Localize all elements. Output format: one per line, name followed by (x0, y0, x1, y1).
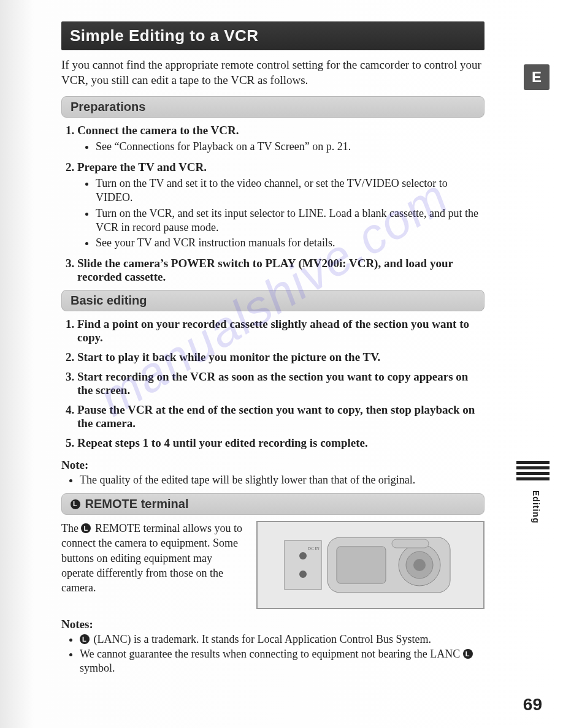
prep-step-3-head: Slide the camera’s POWER switch to PLAY … (77, 257, 453, 283)
manual-page: E Editing manualshive.com Simple Editing… (0, 0, 563, 728)
language-badge: E (524, 64, 550, 90)
svg-point-2 (299, 571, 307, 578)
page-number: 69 (523, 695, 542, 715)
notes-2-bullet-1: (LANC) is a trademark. It stands for Loc… (80, 632, 484, 646)
basic-step-4: Pause the VCR at the end of the section … (77, 403, 484, 430)
basic-step-5: Repeat steps 1 to 4 until your edited re… (77, 436, 484, 450)
prep-step-2-bullet-3: See your TV and VCR instruction manuals … (96, 236, 484, 250)
note-list-1: The quality of the edited tape will be s… (61, 473, 484, 487)
prep-step-1: Connect the camera to the VCR. See “Conn… (77, 124, 484, 154)
side-decoration-lines (516, 461, 550, 483)
prep-step-1-head: Connect the camera to the VCR. (77, 124, 239, 137)
notes-heading-2: Notes: (61, 618, 484, 631)
notes-list-2: (LANC) is a trademark. It stands for Loc… (61, 632, 484, 675)
svg-point-1 (299, 552, 307, 559)
notes-2-bullet-2: We cannot guarantee the results when con… (80, 647, 484, 676)
prep-step-2-head: Prepare the TV and VCR. (77, 161, 207, 173)
basic-step-2: Start to play it back while you monitor … (77, 351, 484, 364)
prep-step-3: Slide the camera’s POWER switch to PLAY … (77, 257, 484, 284)
basic-editing-heading: Basic editing (61, 290, 484, 311)
camcorder-illustration: DC IN (256, 521, 484, 609)
side-section-label: Editing (531, 490, 541, 523)
note-heading-1: Note: (61, 458, 484, 472)
note-1-bullet-1: The quality of the edited tape will be s… (80, 473, 484, 487)
prep-step-1-bullet-1: See “Connections for Playback on a TV Sc… (96, 140, 484, 154)
lanc-icon (81, 523, 91, 533)
remote-heading-text: REMOTE terminal (85, 497, 189, 510)
basic-step-1: Find a point on your recorded cassette s… (77, 317, 484, 344)
svg-rect-5 (337, 547, 386, 583)
lanc-icon (463, 649, 473, 659)
prep-step-2-bullet-2: Turn on the VCR, and set its input selec… (96, 207, 484, 235)
page-title: Simple Editing to a VCR (61, 21, 484, 50)
svg-rect-9 (392, 539, 429, 548)
remote-terminal-text: The REMOTE terminal allows you to connec… (61, 521, 245, 595)
prep-step-2-bullet-1: Turn on the TV and set it to the video c… (96, 176, 484, 205)
lanc-icon (80, 634, 90, 644)
svg-text:DC IN: DC IN (308, 546, 320, 551)
preparations-heading: Preparations (61, 96, 484, 118)
remote-terminal-heading: REMOTE terminal (61, 493, 484, 515)
intro-paragraph: If you cannot find the appropriate remot… (61, 58, 484, 88)
basic-editing-list: Find a point on your recorded cassette s… (61, 317, 484, 450)
svg-point-8 (413, 559, 426, 571)
basic-step-3: Start recording on the VCR as soon as th… (77, 370, 484, 397)
lanc-icon (71, 499, 80, 509)
prep-step-2: Prepare the TV and VCR. Turn on the TV a… (77, 161, 484, 251)
preparations-list: Connect the camera to the VCR. See “Conn… (61, 124, 484, 283)
